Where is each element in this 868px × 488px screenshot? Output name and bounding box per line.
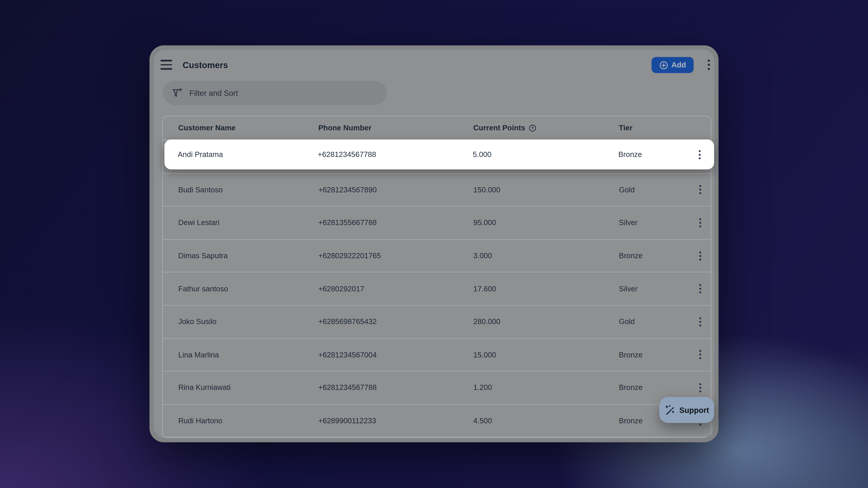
add-button-label: Add [671,61,686,69]
cell-customer-name: Joko Susilo [178,317,216,326]
table-row[interactable]: Fathur santoso +6280292017 17.600 Silver [163,272,711,305]
menu-icon [161,64,172,65]
cell-tier: Bronze [619,252,643,260]
table-row-partial [163,437,711,438]
cell-phone: +6281234567890 [318,186,377,194]
more-options-button[interactable] [704,58,714,71]
help-circle-icon[interactable]: ? [529,124,536,132]
cell-phone: +6281234567004 [318,350,377,359]
cell-phone: +6280292017 [318,284,364,293]
kebab-icon [699,150,701,159]
kebab-icon [707,59,710,70]
table-header-row: Customer Name Phone Number Current Point… [163,116,711,140]
cell-phone: +6289900112233 [318,417,376,425]
filter-plus-icon [172,87,183,99]
cell-phone: +62802922201765 [318,252,381,260]
cell-tier: Gold [619,186,634,194]
magic-wand-icon [664,404,675,415]
cell-customer-name: Fathur santoso [178,284,228,293]
cell-points: 150.000 [473,186,500,194]
row-actions-button[interactable] [695,183,706,197]
row-actions-button[interactable] [695,282,706,296]
cell-customer-name: Budi Santoso [178,186,223,194]
customers-window: Customers Add Filter and Sort [150,45,718,442]
row-actions-button[interactable] [695,314,706,329]
kebab-icon [699,284,701,294]
menu-button[interactable] [161,59,173,71]
row-actions-button[interactable] [694,147,705,162]
svg-text:?: ? [531,125,533,130]
cell-customer-name: Dewi Lestari [178,219,219,227]
plus-circle-icon [659,61,668,69]
cell-tier: Bronze [619,384,643,392]
col-customer-name: Customer Name [178,124,236,132]
customers-panel: Customers Add Filter and Sort [154,50,714,438]
cell-customer-name: Andi Pratama [178,150,223,158]
table-row[interactable]: Lina Marlina +6281234567004 15.000 Bronz… [163,338,711,371]
kebab-icon [699,185,701,194]
kebab-icon [699,218,701,227]
menu-icon [161,68,172,70]
add-button[interactable]: Add [652,57,694,73]
support-button[interactable]: Support [659,397,714,423]
support-button-label: Support [679,405,709,414]
col-tier: Tier [619,124,632,132]
table-row[interactable]: Dewi Lestari +6281355667788 95.000 Silve… [163,206,711,239]
cell-phone: +6281234567788 [318,384,377,392]
row-actions-button[interactable] [695,380,706,395]
cell-phone: +6281234567788 [318,150,376,158]
cell-customer-name: Rina Kurniawati [178,384,230,392]
cell-tier: Gold [619,317,634,326]
filter-placeholder: Filter and Sort [189,89,238,97]
table-row[interactable]: Rina Kurniawati +6281234567788 1.200 Bro… [163,371,711,404]
kebab-icon [699,350,701,360]
cell-points: 95.000 [473,219,496,227]
cell-points: 15.000 [473,350,496,359]
cell-customer-name: Lina Marlina [178,350,219,359]
cell-phone: +6281355667788 [318,219,377,227]
page-title: Customers [183,60,228,70]
kebab-icon [699,251,701,261]
highlighted-row[interactable]: Andi Pratama +6281234567788 5.000 Bronze [164,140,714,170]
col-current-points: Current Points ? [473,124,536,132]
cell-points: 5.000 [473,150,491,158]
cell-tier: Silver [619,219,638,227]
cell-tier: Bronze [619,350,643,359]
desktop-background: Customers Add Filter and Sort [0,0,868,488]
cell-phone: +6285698765432 [318,317,377,326]
cell-points: 280.000 [473,317,500,326]
cell-tier: Bronze [618,150,642,158]
kebab-icon [699,383,701,393]
cell-points: 3.000 [473,252,492,260]
filter-and-sort-button[interactable]: Filter and Sort [162,80,388,106]
row-actions-button[interactable] [695,248,706,263]
col-current-points-label: Current Points [473,124,525,132]
cell-tier: Bronze [619,417,643,425]
table-row[interactable]: Joko Susilo +6285698765432 280.000 Gold [163,305,711,338]
row-actions-button[interactable] [695,347,706,362]
kebab-icon [699,317,701,327]
cell-points: 17.600 [473,284,496,293]
cell-customer-name: Dimas Saputra [178,252,227,260]
cell-tier: Silver [619,284,638,293]
cell-points: 1.200 [473,384,492,392]
table-row[interactable]: Budi Santoso +6281234567890 150.000 Gold [163,173,711,206]
row-actions-button[interactable] [695,216,706,230]
col-phone-number: Phone Number [318,124,371,132]
cell-points: 4.500 [473,417,492,425]
cell-customer-name: Rudi Hartono [178,417,222,425]
menu-icon [161,60,172,61]
table-row[interactable]: Dimas Saputra +62802922201765 3.000 Bron… [163,239,711,272]
table-row[interactable]: Rudi Hartono +6289900112233 4.500 Bronze [163,404,711,437]
